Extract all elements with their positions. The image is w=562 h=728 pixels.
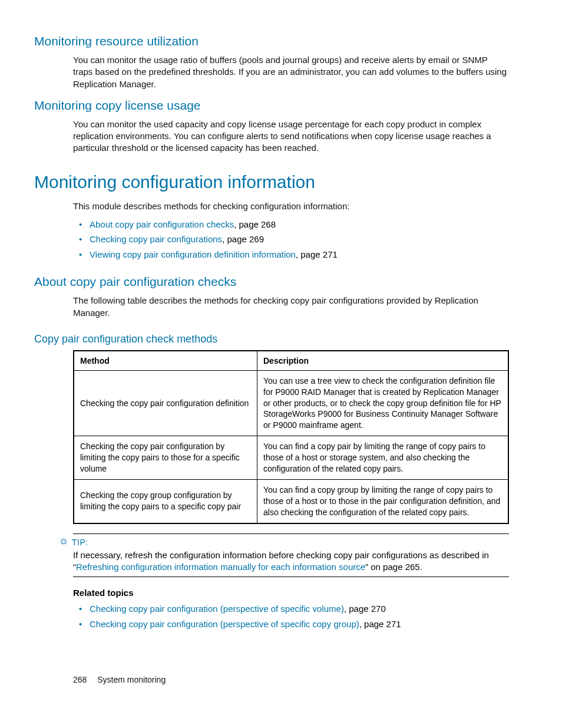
page-ref: , page 268 <box>234 219 276 229</box>
tip-text: If necessary, refresh the configuration … <box>73 549 509 574</box>
link-checking-copy-pair-configurations[interactable]: Checking copy pair configurations <box>90 234 222 244</box>
link-refreshing-configuration-information[interactable]: Refreshing configuration information man… <box>76 562 365 572</box>
list-item: Checking copy pair configuration (perspe… <box>73 617 508 632</box>
table-row: Checking the copy pair configuration by … <box>74 436 508 480</box>
footer-section-title: System monitoring <box>97 675 166 684</box>
svg-line-8 <box>66 543 67 544</box>
page-ref: , page 269 <box>222 234 264 244</box>
table-row: Checking the copy pair configuration def… <box>74 370 508 436</box>
page-ref: , page 271 <box>359 619 401 629</box>
cell-method: Checking the copy pair configuration by … <box>74 436 257 480</box>
list-item: Checking copy pair configuration (perspe… <box>73 601 508 617</box>
page-ref: , page 271 <box>296 249 338 259</box>
list-item: About copy pair configuration checks, pa… <box>73 217 508 232</box>
heading-about-copy-pair-configuration-checks: About copy pair configuration checks <box>34 275 508 289</box>
page-footer: 268 System monitoring <box>73 675 166 684</box>
text: ” on page 265. <box>365 562 422 572</box>
tip-label: TIP: <box>72 538 88 547</box>
svg-point-0 <box>62 539 66 543</box>
body-text: You can monitor the used capacity and co… <box>73 118 508 154</box>
cell-method: Checking the copy group configuration by… <box>74 479 257 523</box>
list-item: Checking copy pair configurations, page … <box>73 232 508 247</box>
link-about-copy-pair-configuration-checks[interactable]: About copy pair configuration checks <box>90 219 234 229</box>
heading-monitoring-configuration-information: Monitoring configuration information <box>34 172 508 192</box>
table-header-method: Method <box>74 351 257 371</box>
link-viewing-copy-pair-configuration-definition-information[interactable]: Viewing copy pair configuration definiti… <box>90 249 296 259</box>
table-row: Checking the copy group configuration by… <box>74 479 508 523</box>
table-header-description: Description <box>257 351 509 371</box>
page-number: 268 <box>73 675 87 684</box>
list-item: Viewing copy pair configuration definiti… <box>73 247 508 262</box>
heading-copy-pair-configuration-check-methods: Copy pair configuration check methods <box>34 333 508 345</box>
body-text: You can monitor the usage ratio of buffe… <box>73 54 508 90</box>
heading-monitoring-copy-license-usage: Monitoring copy license usage <box>34 98 508 113</box>
body-text: The following table describes the method… <box>73 295 508 319</box>
related-topics-list: Checking copy pair configuration (perspe… <box>73 601 508 631</box>
divider <box>73 577 509 577</box>
link-checking-copy-pair-configuration-volume[interactable]: Checking copy pair configuration (perspe… <box>90 604 344 614</box>
cell-description: You can find a copy group by limiting th… <box>257 479 509 523</box>
tip-block: TIP: If necessary, refresh the configura… <box>73 533 509 578</box>
methods-table: Method Description Checking the copy pai… <box>73 350 509 524</box>
svg-line-5 <box>61 539 61 539</box>
lightbulb-icon <box>59 538 68 547</box>
link-checking-copy-pair-configuration-copy-group[interactable]: Checking copy pair configuration (perspe… <box>90 619 359 629</box>
related-topics-heading: Related topics <box>73 588 508 598</box>
heading-monitoring-resource-utilization: Monitoring resource utilization <box>34 34 508 48</box>
cell-description: You can find a copy pair by limiting the… <box>257 436 509 480</box>
page-ref: , page 270 <box>344 604 386 614</box>
cell-method: Checking the copy pair configuration def… <box>74 370 257 436</box>
svg-line-7 <box>61 543 61 544</box>
cell-description: You can use a tree view to check the con… <box>257 370 509 436</box>
divider <box>73 533 509 534</box>
body-text: This module describes methods for checki… <box>73 200 508 212</box>
svg-line-6 <box>66 539 67 539</box>
toc-list: About copy pair configuration checks, pa… <box>73 217 508 262</box>
